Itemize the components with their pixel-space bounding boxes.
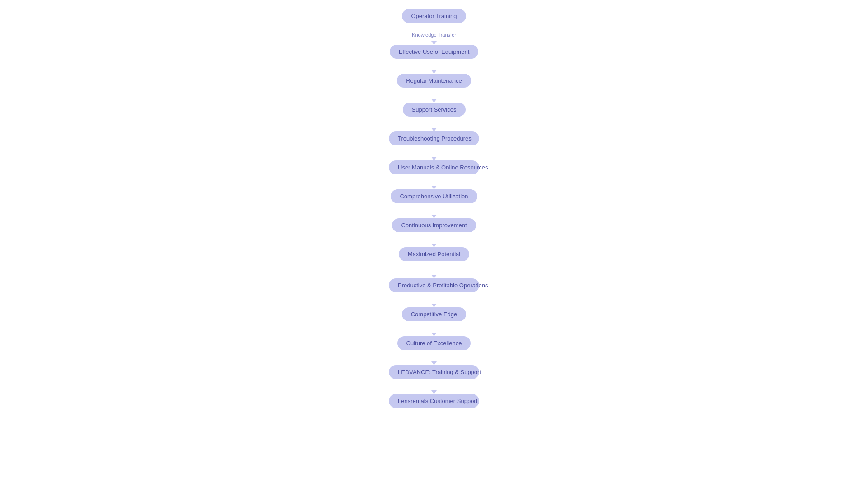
connector-2 [431,59,437,74]
node-ledvance: LEDVANCE: Training & Support [389,365,479,379]
node-user-manuals: User Manuals & Online Resources [389,160,479,174]
node-effective-use: Effective Use of Equipment [390,45,479,59]
connector-7 [431,203,437,218]
node-regular-maintenance: Regular Maintenance [397,74,471,88]
node-continuous-improvement: Continuous Improvement [392,218,476,232]
node-competitive-edge: Competitive Edge [402,307,467,321]
connector-9 [431,261,437,278]
node-comprehensive: Comprehensive Utilization [391,189,477,203]
connector-12 [431,350,437,365]
connector-10 [431,292,437,307]
node-maximized-potential: Maximized Potential [399,247,469,261]
flowchart: Operator Training Knowledge Transfer Eff… [0,0,868,417]
connector-8 [431,232,437,247]
connector-3 [431,88,437,103]
label-knowledge-transfer: Knowledge Transfer [412,32,456,38]
node-productive-profitable: Productive & Profitable Operations [389,278,479,292]
connector-6 [431,174,437,189]
connector-11 [431,321,437,336]
connector-13 [431,379,437,394]
connector-5 [431,145,437,160]
node-culture-of-excellence: Culture of Excellence [397,336,471,350]
connector-4 [431,117,437,131]
node-support-services: Support Services [403,103,466,117]
connector-1: Knowledge Transfer [412,23,456,45]
node-operator-training: Operator Training [402,9,466,23]
node-lensrentals: Lensrentals Customer Support [389,394,479,408]
node-troubleshooting: Troubleshooting Procedures [389,131,479,145]
